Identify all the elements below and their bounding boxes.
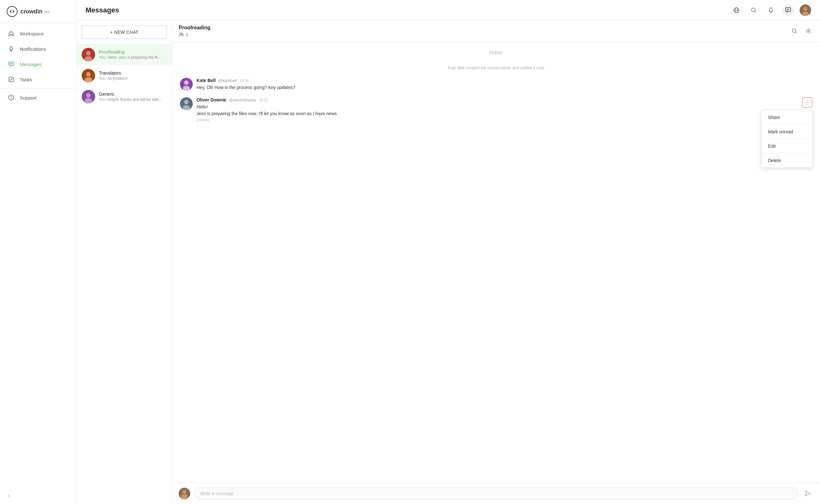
nav-items: Workspace Notifications Messages xyxy=(0,23,76,487)
support-label: Support xyxy=(20,95,37,100)
chat-info-translators: Translators You: no problem! xyxy=(99,70,167,81)
chat-info-proofreading: Proofreading You: Hello! Jess is prepari… xyxy=(99,49,167,60)
logo-area: crowdin beta xyxy=(0,0,76,23)
question-icon: ? xyxy=(8,94,15,101)
user-avatar[interactable] xyxy=(800,4,811,16)
list-item[interactable]: Translators You: no problem! xyxy=(77,65,172,86)
beta-badge: beta xyxy=(44,10,50,13)
svg-rect-2 xyxy=(9,62,14,65)
chat-avatar-generic xyxy=(82,90,95,103)
bell-icon xyxy=(8,46,15,52)
top-header: Messages xyxy=(77,0,820,20)
chat-preview-proofreading: You: Hello! Jess is preparing the fil... xyxy=(99,55,167,60)
chat-header: Proofreading 2 xyxy=(172,20,820,42)
chat-name-proofreading: Proofreading xyxy=(99,49,167,55)
context-menu: Share Mark unread Edit Delete xyxy=(761,110,812,168)
chat-header-actions xyxy=(789,26,814,36)
content-row: + NEW CHAT Proofreading You: He xyxy=(77,20,820,504)
chat-list-panel: + NEW CHAT Proofreading You: He xyxy=(77,20,172,504)
context-menu-mark-unread[interactable]: Mark unread xyxy=(762,125,812,139)
table-row: Oliver Downie @oliverdownie 20:22 Hello!… xyxy=(180,97,812,122)
check-icon xyxy=(8,76,15,83)
notifications-button[interactable] xyxy=(765,4,777,16)
chat-settings-button[interactable] xyxy=(803,26,814,36)
collapse-nav-button[interactable]: ‹ xyxy=(0,487,76,504)
chat-input-area xyxy=(172,483,820,504)
message-time: 19:26 xyxy=(239,78,249,83)
left-navigation: crowdin beta Workspace Notifications xyxy=(0,0,77,504)
list-item[interactable]: Proofreading You: Hello! Jess is prepari… xyxy=(77,44,172,65)
chat-name-translators: Translators xyxy=(99,70,167,76)
message-author: Kate Bell xyxy=(197,78,216,83)
members-count: 2 xyxy=(186,32,188,37)
chat-preview-translators: You: no problem! xyxy=(99,76,167,81)
svg-point-28 xyxy=(808,30,809,32)
chat-button[interactable] xyxy=(782,4,794,16)
chat-messages: TODAY Kate Bell created the conversation… xyxy=(172,42,820,483)
message-meta: Oliver Downie @oliverdownie 20:22 xyxy=(197,97,812,102)
chat-preview-generic: You: Alright. thanks and will be wait... xyxy=(99,97,167,102)
chat-search-button[interactable] xyxy=(789,26,800,36)
page-title: Messages xyxy=(86,6,731,14)
messages-label: Messages xyxy=(20,62,41,67)
svg-point-33 xyxy=(184,100,189,104)
chat-members: 2 xyxy=(179,32,789,37)
message-author: Oliver Downie xyxy=(197,97,226,102)
svg-rect-3 xyxy=(9,77,13,82)
three-dot-icon: ⋮ xyxy=(805,100,810,106)
chat-header-info: Proofreading 2 xyxy=(179,25,789,37)
svg-point-22 xyxy=(86,93,91,98)
message-handle: @katebell xyxy=(218,78,237,83)
app-name: crowdin xyxy=(20,8,42,15)
svg-point-1 xyxy=(11,10,13,13)
message-meta: Kate Bell @katebell 19:26 xyxy=(197,78,812,83)
svg-point-37 xyxy=(181,494,188,499)
avatar xyxy=(180,97,193,110)
workspace-label: Workspace xyxy=(20,31,44,36)
globe-button[interactable] xyxy=(731,4,742,16)
chat-title: Proofreading xyxy=(179,25,789,31)
message-handle: @oliverdownie xyxy=(229,98,256,102)
context-menu-share[interactable]: Share xyxy=(762,110,812,125)
chat-info-generic: Generic You: Alright. thanks and will be… xyxy=(99,92,167,102)
message-icon xyxy=(8,61,15,67)
system-message: Kate Bell created the conversation and a… xyxy=(180,65,812,70)
list-item[interactable]: Generic You: Alright. thanks and will be… xyxy=(77,86,172,107)
svg-point-36 xyxy=(183,490,186,494)
collapse-icon: ‹ xyxy=(8,492,10,499)
sidebar-item-support[interactable]: ? Support xyxy=(0,90,76,105)
new-chat-button[interactable]: + NEW CHAT xyxy=(82,26,167,39)
header-icons xyxy=(731,4,811,16)
context-menu-delete[interactable]: Delete xyxy=(762,153,812,167)
message-text: Hello! Jess is preparing the files now. … xyxy=(197,104,812,117)
context-menu-edit[interactable]: Edit xyxy=(762,139,812,153)
sidebar-item-messages[interactable]: Messages xyxy=(0,56,76,72)
table-row: Kate Bell @katebell 19:26 Hey, Oli! How … xyxy=(180,78,812,91)
avatar xyxy=(180,78,193,91)
main-area: Messages xyxy=(77,0,820,504)
svg-point-16 xyxy=(86,51,91,56)
svg-point-30 xyxy=(184,80,189,85)
message-text: Hey, Oli! How is the process going? Any … xyxy=(197,84,812,91)
svg-line-10 xyxy=(755,11,756,12)
search-button[interactable] xyxy=(748,4,759,16)
sidebar-item-tasks[interactable]: Tasks xyxy=(0,72,76,87)
chat-list: Proofreading You: Hello! Jess is prepari… xyxy=(77,44,172,504)
chat-name-generic: Generic xyxy=(99,92,167,97)
message-body: Oliver Downie @oliverdownie 20:22 Hello!… xyxy=(197,97,812,122)
home-icon xyxy=(8,30,15,37)
chat-main-panel: Proofreading 2 xyxy=(172,20,820,504)
svg-line-27 xyxy=(795,32,797,33)
chat-avatar-translators xyxy=(82,69,95,82)
svg-point-13 xyxy=(803,7,807,11)
nav-divider xyxy=(0,88,76,89)
message-actions-button[interactable]: ⋮ xyxy=(802,97,812,107)
tasks-label: Tasks xyxy=(20,77,32,82)
message-input[interactable] xyxy=(194,487,798,500)
message-edited-label: (edited) xyxy=(197,118,812,122)
send-button[interactable] xyxy=(802,488,814,499)
sidebar-item-workspace[interactable]: Workspace xyxy=(0,26,76,41)
svg-text:?: ? xyxy=(10,96,12,100)
sidebar-item-notifications[interactable]: Notifications xyxy=(0,41,76,56)
date-separator: TODAY xyxy=(180,51,812,55)
